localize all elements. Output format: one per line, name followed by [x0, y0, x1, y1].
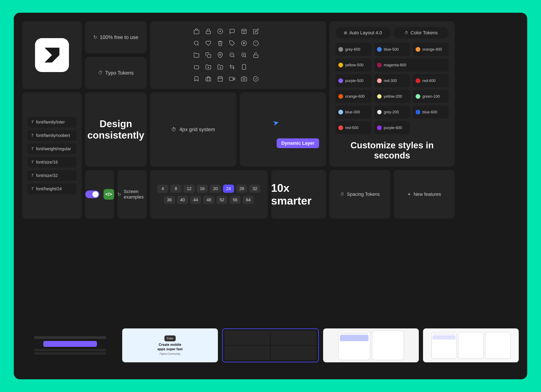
- font-token-height: T font/height/24: [27, 183, 77, 194]
- new-features-cell: ✦ New features: [394, 170, 455, 219]
- color-header-badges: ⊞ Auto Layout 4.0 ⏱ Color Tokens: [335, 27, 449, 39]
- icon-calendar: [217, 76, 223, 82]
- t-icon2: T: [31, 133, 34, 138]
- free-badge-cell: ↻ 100% free to use: [85, 21, 147, 53]
- t-icon4: T: [31, 160, 34, 164]
- design-consistently-heading: Design consistently: [85, 118, 147, 141]
- chip-yellow-500: yellow-500: [335, 58, 371, 72]
- svg-point-11: [241, 41, 246, 46]
- icon-pin: [217, 52, 223, 58]
- icon-video: [229, 76, 235, 82]
- logo-icon: [35, 38, 69, 72]
- chip-magenta-800: magenta-800: [374, 58, 449, 72]
- thumb-mobile-app[interactable]: Free Create mobileapps super fast Figma …: [122, 328, 218, 362]
- t-icon5: T: [31, 173, 34, 178]
- main-card: ↻ 100% free to use ⏱ Typo Tokens: [14, 13, 527, 379]
- refresh-icon2: ↻: [118, 192, 121, 197]
- spacing-numbers-cell: 4 8 12 16 20 24 28 32 36 40 44 48: [150, 170, 268, 219]
- grid-icon: ⊞: [344, 31, 347, 35]
- icons-grid: [193, 28, 283, 82]
- icon-folder: [193, 52, 199, 58]
- icon-unlock2: [193, 64, 199, 70]
- icon-placeholder4: [277, 40, 283, 46]
- icon-placeholder1: [265, 28, 271, 34]
- svg-rect-29: [242, 64, 246, 69]
- badges-column: ↻ 100% free to use ⏱ Typo Tokens: [85, 21, 147, 89]
- icon-placeholder6: [277, 52, 283, 58]
- smarter-cell: 10x smarter: [271, 170, 326, 219]
- icon-trash: [217, 40, 223, 46]
- icon-zoom-in: [241, 52, 247, 58]
- font-token-inter: T font/family/inter: [27, 117, 77, 127]
- smarter-heading: 10x smarter: [271, 182, 326, 207]
- design-consistently-cell: Design consistently: [85, 92, 147, 167]
- svg-marker-36: [233, 77, 235, 80]
- icon-check: [253, 76, 259, 82]
- toggle-cell[interactable]: </>: [85, 170, 114, 219]
- dynamic-row: ⏱ 4px grid system ➤ Dynamic Layer: [150, 92, 326, 167]
- refresh-icon: ↻: [93, 35, 97, 40]
- icon-close-circle: [217, 28, 223, 34]
- svg-rect-32: [218, 77, 223, 81]
- icon-folder2: [205, 64, 211, 70]
- chip-red-300: red-300: [374, 74, 410, 87]
- thumb-dark-ui[interactable]: [22, 328, 118, 362]
- t-icon6: T: [31, 187, 34, 191]
- spacing-tokens-cell: ⏱ Spacing Tokens: [329, 170, 390, 219]
- svg-line-22: [245, 56, 246, 57]
- icon-placeholder2: [277, 28, 283, 34]
- icon-phone: [241, 64, 247, 70]
- thumb-mobile-screens[interactable]: [423, 328, 519, 362]
- customize-text-area: Customize styles in seconds: [335, 138, 449, 161]
- icon-camera: [241, 76, 247, 82]
- thumbnails-row: Free Create mobileapps super fast Figma …: [22, 328, 519, 362]
- icon-unlock: [253, 52, 259, 58]
- icons-cell: [150, 21, 326, 89]
- toggle-switch[interactable]: [85, 190, 99, 198]
- chip-yellow-200: yellow-200: [374, 90, 410, 103]
- svg-line-9: [198, 44, 198, 45]
- free-badge-label: 100% free to use: [100, 34, 138, 40]
- icon-placeholder8: [265, 64, 271, 70]
- logo-cell: [22, 21, 82, 89]
- icon-tag: [229, 40, 235, 46]
- dynamic-layer-cell: ➤ Dynamic Layer: [240, 92, 326, 167]
- chip-blue-300: blue-300: [335, 106, 371, 119]
- typo-badge-cell: ⏱ Typo Tokens: [85, 57, 147, 89]
- icon-placeholder5: [265, 52, 271, 58]
- chip-blue-600: blue-600: [413, 106, 449, 119]
- upper-grid: ↻ 100% free to use ⏱ Typo Tokens: [22, 21, 519, 323]
- svg-rect-28: [231, 66, 234, 68]
- svg-rect-16: [208, 55, 211, 58]
- icon-bookmark: [193, 76, 199, 82]
- spacing-row2: 36 40 44 48 52 56 64: [164, 196, 254, 204]
- svg-rect-0: [194, 30, 199, 34]
- chip-orange-400: orange-400: [413, 43, 449, 56]
- font-token-size16: T font/size/16: [27, 157, 77, 168]
- bottom-col4: ⏱ Spacing Tokens ✦ New features: [329, 170, 455, 219]
- chip-grey-200: grey-200: [374, 106, 410, 119]
- icon-placeholder10: [265, 76, 271, 82]
- chip-red-500: red-500: [335, 121, 371, 134]
- icon-zoom-out: [229, 52, 235, 58]
- thumb-design-system[interactable]: [222, 328, 319, 362]
- chip-green-100: green-100: [413, 90, 449, 103]
- auto-layout-badge: ⊞ Auto Layout 4.0: [335, 27, 390, 39]
- dynamic-layer-badge: Dynamic Layer: [277, 138, 319, 148]
- sparkle-icon: ✦: [407, 192, 411, 197]
- icon-crop: [229, 64, 235, 70]
- icon-shop: [193, 28, 199, 34]
- svg-marker-12: [244, 42, 245, 44]
- main-grid: ↻ 100% free to use ⏱ Typo Tokens: [22, 21, 519, 364]
- svg-line-19: [233, 56, 234, 57]
- svg-point-8: [194, 41, 198, 45]
- grid-system-cell: ⏱ 4px grid system: [150, 92, 236, 167]
- thumb-screens[interactable]: [323, 328, 419, 362]
- icon-placeholder7: [253, 64, 259, 70]
- icon-layout: [241, 28, 247, 34]
- clock-icon3: ⏱: [340, 192, 344, 197]
- icon-play: [241, 40, 247, 46]
- customize-heading: Customize styles in seconds: [335, 140, 449, 161]
- color-tokens-badge: ⏱ Color Tokens: [394, 27, 449, 39]
- icon-placeholder9: [277, 64, 283, 70]
